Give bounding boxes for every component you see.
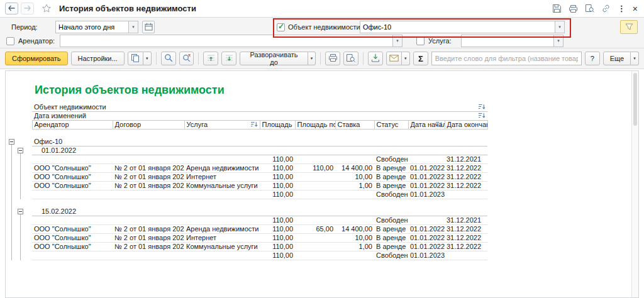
table-cell[interactable]: [335, 155, 374, 164]
table-cell[interactable]: 110,00: [260, 216, 295, 225]
send-email-split-button[interactable]: ▾: [386, 52, 410, 65]
print-button[interactable]: [325, 52, 340, 65]
service-field[interactable]: [461, 35, 554, 47]
cancel-search-button[interactable]: [179, 52, 194, 65]
table-row[interactable]: ООО "Солнышко"№ 2 от 01 января 2022Интер…: [7, 173, 487, 182]
table-cell[interactable]: 110,00: [260, 164, 295, 173]
service-checkbox[interactable]: [416, 37, 425, 45]
table-cell[interactable]: № 2 от 01 января 2022: [113, 164, 184, 173]
table-cell[interactable]: [113, 190, 184, 199]
table-cell[interactable]: 31.12.2022: [445, 182, 487, 190]
table-cell[interactable]: [295, 243, 335, 251]
column-header[interactable]: Площадь по договору: [295, 121, 335, 130]
preview-button[interactable]: [343, 52, 358, 65]
chevron-down-icon[interactable]: ▼: [555, 21, 565, 33]
table-cell[interactable]: В аренде: [374, 225, 408, 234]
column-header[interactable]: Услуга: [184, 121, 260, 130]
table-row[interactable]: ООО "Солнышко"№ 2 от 01 января 2022Аренд…: [7, 225, 487, 234]
table-cell[interactable]: ООО "Солнышко": [32, 173, 113, 182]
scrollbar-thumb[interactable]: [633, 73, 637, 126]
table-cell[interactable]: 65,00: [295, 225, 335, 234]
save-file-button[interactable]: [368, 52, 383, 65]
table-cell[interactable]: 01.01.2022: [408, 243, 445, 251]
table-cell[interactable]: 110,00: [260, 155, 295, 164]
table-cell[interactable]: [408, 155, 445, 164]
chevron-down-icon[interactable]: ▼: [554, 35, 564, 47]
collapse-groups-button[interactable]: [203, 52, 218, 65]
table-cell[interactable]: 31.12.2022: [445, 234, 487, 243]
table-cell[interactable]: 110,00: [260, 182, 295, 190]
generate-button[interactable]: Сформировать: [5, 52, 68, 65]
table-cell[interactable]: [184, 190, 260, 199]
more-menu-icon[interactable]: ⋮: [618, 4, 626, 13]
get-link-icon[interactable]: [601, 4, 611, 13]
table-cell[interactable]: 01.01.2022: [408, 182, 445, 190]
table-cell[interactable]: 1,00: [335, 182, 374, 190]
table-cell[interactable]: [295, 234, 335, 243]
table-cell[interactable]: № 2 от 01 января 2022: [113, 243, 184, 251]
chevron-down-icon[interactable]: ▼: [393, 35, 402, 47]
group-label[interactable]: Офис-10: [32, 138, 487, 146]
table-cell[interactable]: [32, 216, 113, 225]
quick-filter-input[interactable]: [431, 52, 582, 65]
table-cell[interactable]: [113, 251, 184, 260]
table-row[interactable]: 110,00Свободен01.01.2023: [7, 190, 487, 199]
sum-button[interactable]: Σ: [413, 52, 428, 65]
table-cell[interactable]: [295, 173, 335, 182]
table-cell[interactable]: [32, 190, 113, 199]
grouping-row[interactable]: Дата изменений: [7, 112, 487, 121]
table-row[interactable]: ООО "Солнышко"№ 2 от 01 января 2022Интер…: [7, 234, 487, 243]
group-row[interactable]: 15.02.2022: [7, 207, 487, 216]
table-cell[interactable]: [445, 190, 487, 199]
table-cell[interactable]: 01.01.2022: [408, 234, 445, 243]
more-button[interactable]: Еще: [603, 52, 631, 65]
chevron-down-icon[interactable]: ▾: [143, 52, 152, 65]
chevron-down-icon[interactable]: ▾: [308, 52, 316, 65]
save-icon[interactable]: [552, 4, 562, 13]
table-cell[interactable]: [184, 216, 260, 225]
table-cell[interactable]: 110,00: [260, 173, 295, 182]
find-button[interactable]: [161, 52, 176, 65]
table-cell[interactable]: Свободен: [374, 155, 408, 164]
tenant-field[interactable]: [60, 35, 393, 47]
column-header[interactable]: Дата начала: [408, 121, 445, 130]
table-cell[interactable]: Интернет: [184, 234, 260, 243]
table-cell[interactable]: [32, 251, 113, 260]
column-header[interactable]: Ставка: [335, 121, 374, 130]
sort-icon[interactable]: [478, 104, 486, 110]
table-cell[interactable]: [295, 182, 335, 190]
object-field[interactable]: [360, 21, 555, 33]
table-cell[interactable]: Аренда недвижимости: [184, 164, 260, 173]
table-cell[interactable]: В аренде: [374, 234, 408, 243]
table-cell[interactable]: Свободен: [374, 190, 408, 199]
expand-to-split-button[interactable]: Разворачивать до ▾: [240, 52, 316, 65]
table-cell[interactable]: № 2 от 01 января 2022: [113, 225, 184, 234]
table-cell[interactable]: [295, 216, 335, 225]
table-cell[interactable]: В аренде: [374, 243, 408, 251]
sort-icon[interactable]: [250, 121, 258, 128]
chevron-down-icon[interactable]: ▾: [402, 52, 410, 65]
sort-icon[interactable]: [435, 121, 443, 128]
vertical-scrollbar[interactable]: [631, 71, 638, 297]
group-label[interactable]: 01.01.2022: [32, 146, 487, 155]
table-cell[interactable]: 31.12.2022: [445, 225, 487, 234]
table-row[interactable]: ООО "Солнышко"№ 2 от 01 января 2022Комму…: [7, 243, 487, 251]
table-cell[interactable]: 14 400,00: [335, 164, 374, 173]
table-cell[interactable]: 110,00: [260, 243, 295, 251]
column-header[interactable]: Дата окончания: [445, 121, 487, 130]
table-cell[interactable]: [184, 155, 260, 164]
table-cell[interactable]: 1,00: [335, 243, 374, 251]
grouping-row[interactable]: Объект недвижимости: [7, 103, 487, 112]
table-cell[interactable]: 10,00: [335, 173, 374, 182]
table-cell[interactable]: [295, 190, 335, 199]
close-icon[interactable]: ×: [633, 4, 638, 14]
report-variants-button[interactable]: [128, 52, 143, 65]
table-cell[interactable]: 01.01.2022: [408, 164, 445, 173]
table-cell[interactable]: ООО "Солнышко": [32, 243, 113, 251]
column-header[interactable]: Статус: [374, 121, 408, 130]
table-cell[interactable]: ООО "Солнышко": [32, 182, 113, 190]
table-cell[interactable]: ООО "Солнышко": [32, 234, 113, 243]
table-cell[interactable]: [335, 216, 374, 225]
table-cell[interactable]: [335, 190, 374, 199]
print-icon[interactable]: [569, 4, 578, 13]
